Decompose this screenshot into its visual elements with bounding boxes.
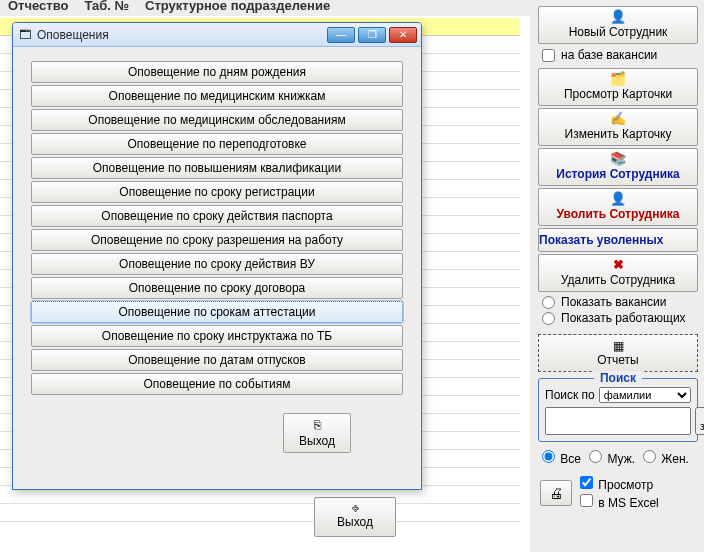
preview-label: Просмотр: [598, 478, 653, 492]
table-icon: ▦: [613, 339, 624, 353]
history-button[interactable]: 📚 История Сотрудника: [538, 148, 698, 186]
show-working-label: Показать работающих: [561, 311, 686, 325]
notification-item[interactable]: Оповещение по сроку действия паспорта: [31, 205, 403, 227]
notification-item[interactable]: Оповещение по датам отпусков: [31, 349, 403, 371]
exit-icon: ⎆: [315, 501, 395, 515]
dialog-exit-label: Выход: [299, 434, 335, 448]
notification-item[interactable]: Оповещение по сроку договора: [31, 277, 403, 299]
notification-item-label: Оповещение по сроку действия ВУ: [119, 257, 315, 271]
fire-label: Уволить Сотрудника: [557, 207, 680, 221]
minimize-button[interactable]: —: [327, 27, 355, 43]
notification-item-label: Оповещение по медицинским книжкам: [109, 89, 326, 103]
notification-item[interactable]: Оповещение по медицинским обследованиям: [31, 109, 403, 131]
all-records-button[interactable]: Все записи: [695, 407, 704, 435]
notification-item[interactable]: Оповещение по сроку действия ВУ: [31, 253, 403, 275]
notification-item[interactable]: Оповещение по переподготовке: [31, 133, 403, 155]
notification-item-label: Оповещение по датам отпусков: [128, 353, 305, 367]
filter-all-radio[interactable]: [542, 450, 555, 463]
books-icon: 📚: [610, 152, 626, 165]
excel-checkbox[interactable]: [580, 494, 593, 507]
notification-item-label: Оповещение по сроку регистрации: [119, 185, 314, 199]
history-label: История Сотрудника: [556, 167, 679, 181]
delete-label: Удалить Сотрудника: [561, 273, 675, 287]
preview-checkbox[interactable]: [580, 476, 593, 489]
search-group-label: Поиск: [594, 371, 642, 385]
notification-item-label: Оповещение по сроку действия паспорта: [101, 209, 332, 223]
search-by-label: Поиск по: [545, 388, 595, 402]
notification-item[interactable]: Оповещение по событиям: [31, 373, 403, 395]
sidebar: 👤 Новый Сотрудник на базе вакансии 🗂️ Пр…: [530, 0, 704, 552]
notifications-dialog: 🗔 Оповещения — ❐ ✕ Оповещение по дням ро…: [12, 22, 422, 490]
card-edit-icon: ✍️: [610, 112, 626, 125]
grid-col-otchestvo: Отчество: [0, 0, 76, 16]
person-add-icon: 👤: [610, 10, 626, 23]
notification-item[interactable]: Оповещение по сроку регистрации: [31, 181, 403, 203]
door-exit-icon: ⎘: [314, 418, 321, 432]
show-vacancies-radio[interactable]: [542, 296, 555, 309]
search-input[interactable]: [545, 407, 691, 435]
filter-female-radio[interactable]: [643, 450, 656, 463]
notification-item-label: Оповещение по сроку разрешения на работу: [91, 233, 343, 247]
new-employee-label: Новый Сотрудник: [569, 25, 668, 39]
card-view-icon: 🗂️: [610, 72, 626, 85]
notification-item-label: Оповещение по переподготовке: [127, 137, 306, 151]
reports-label: Отчеты: [597, 353, 638, 367]
based-on-vacancy-label: на базе вакансии: [561, 48, 657, 62]
filter-male-label: Муж.: [607, 452, 635, 466]
notification-item-label: Оповещение по дням рождения: [128, 65, 306, 79]
filter-all-label: Все: [560, 452, 581, 466]
notification-item-label: Оповещение по повышениям квалификации: [93, 161, 341, 175]
notification-item-label: Оповещение по медицинским обследованиям: [88, 113, 345, 127]
fire-icon: 👤: [610, 192, 626, 205]
dialog-title-text: Оповещения: [37, 28, 109, 42]
search-field-select[interactable]: фамилии: [599, 387, 691, 403]
search-group: Поиск Поиск по фамилии Все записи: [538, 378, 698, 442]
notification-item-label: Оповещение по срокам аттестации: [118, 305, 315, 319]
notification-item[interactable]: Оповещение по сроку разрешения на работу: [31, 229, 403, 251]
show-fired-button[interactable]: Показать уволенных: [538, 228, 698, 252]
grid-col-tabno: Таб. №: [76, 0, 137, 16]
dialog-body: Оповещение по дням рожденияОповещение по…: [13, 47, 421, 463]
show-fired-label: Показать уволенных: [539, 233, 663, 247]
notification-item-label: Оповещение по событиям: [144, 377, 291, 391]
maximize-button[interactable]: ❐: [358, 27, 386, 43]
delete-x-icon: ✖: [613, 258, 624, 271]
close-button[interactable]: ✕: [389, 27, 417, 43]
new-employee-button[interactable]: 👤 Новый Сотрудник: [538, 6, 698, 44]
show-working-radio[interactable]: [542, 312, 555, 325]
notification-item[interactable]: Оповещение по срокам аттестации: [31, 301, 403, 323]
edit-card-label: Изменить Карточку: [565, 127, 672, 141]
notification-item-label: Оповещение по сроку договора: [129, 281, 305, 295]
dialog-icon: 🗔: [19, 28, 31, 42]
export-row: 🖨 Просмотр в MS Excel: [536, 474, 700, 512]
excel-label: в MS Excel: [598, 496, 658, 510]
fire-employee-button[interactable]: 👤 Уволить Сотрудника: [538, 188, 698, 226]
reports-button[interactable]: ▦ Отчеты: [538, 334, 698, 372]
main-exit-label: Выход: [315, 515, 395, 529]
dialog-exit-button[interactable]: ⎘ Выход: [283, 413, 351, 453]
based-on-vacancy-checkbox[interactable]: [542, 49, 555, 62]
edit-card-button[interactable]: ✍️ Изменить Карточку: [538, 108, 698, 146]
grid-col-division: Структурное подразделение: [137, 0, 338, 16]
show-vacancies-label: Показать вакансии: [561, 295, 666, 309]
notification-item[interactable]: Оповещение по повышениям квалификации: [31, 157, 403, 179]
main-exit-button[interactable]: ⎆ Выход: [314, 497, 396, 537]
notification-item-label: Оповещение по сроку инструктажа по ТБ: [102, 329, 332, 343]
notification-item[interactable]: Оповещение по сроку инструктажа по ТБ: [31, 325, 403, 347]
delete-employee-button[interactable]: ✖ Удалить Сотрудника: [538, 254, 698, 292]
notification-item[interactable]: Оповещение по медицинским книжкам: [31, 85, 403, 107]
view-card-label: Просмотр Карточки: [564, 87, 672, 101]
notification-item[interactable]: Оповещение по дням рождения: [31, 61, 403, 83]
filter-female-label: Жен.: [661, 452, 689, 466]
dialog-titlebar[interactable]: 🗔 Оповещения — ❐ ✕: [13, 23, 421, 47]
printer-icon: 🖨: [549, 485, 563, 501]
filter-male-radio[interactable]: [589, 450, 602, 463]
print-button[interactable]: 🖨: [540, 480, 572, 506]
view-card-button[interactable]: 🗂️ Просмотр Карточки: [538, 68, 698, 106]
